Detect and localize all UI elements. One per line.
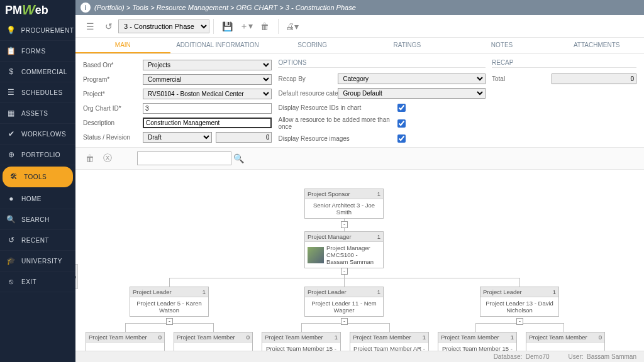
main-panel: i (Portfolio) > Tools > Resource Managem… [75, 0, 644, 362]
panel-collapse-handle[interactable]: ◂ [75, 264, 78, 289]
defcat-select[interactable]: Group Default [338, 88, 486, 99]
chart-search-button[interactable]: 🔍 [231, 151, 245, 165]
dollar-icon: $ [6, 67, 16, 77]
defcat-label: Default resource catego... [278, 90, 338, 97]
project-select[interactable]: RVS0104 - Boston Medical Center [143, 89, 272, 99]
schedule-icon: ☰ [6, 87, 16, 97]
orgid-label: Org Chart ID* [83, 105, 143, 112]
recap-by-label: Recap By [278, 75, 338, 82]
info-icon[interactable]: i [80, 3, 91, 13]
collapse-pl3[interactable]: - [516, 318, 523, 325]
node-sponsor[interactable]: Project Sponsor1 Senior Architect 3 - Jo… [304, 189, 384, 219]
options-title: OPTIONS [278, 59, 486, 68]
recap-title: RECAP [492, 59, 636, 68]
sidebar: PMWeb 💡PROCUREMENT 📋FORMS $COMMERCIAL ☰S… [0, 0, 75, 362]
toolbar: ☰ ↺ 3 - Construction Phase 💾 ＋▾ 🗑 🖨▾ [75, 15, 644, 38]
logo-text-a: PM [5, 4, 22, 17]
nav-home[interactable]: ●HOME [0, 189, 75, 209]
tab-notes[interactable]: NOTES [455, 38, 550, 53]
based-on-select[interactable]: Projects [143, 60, 272, 70]
nav-assets[interactable]: ▦ASSETS [0, 103, 75, 124]
nav-exit[interactable]: ⎋EXIT [0, 272, 75, 292]
tab-additional[interactable]: ADDITIONAL INFORMATION [170, 38, 265, 53]
node-tm1[interactable]: Project Team Member0 [86, 332, 165, 351]
chart-delete-button[interactable]: 🗑 [83, 151, 97, 165]
node-pm[interactable]: Project Manager1 Project Manager CMCS100… [304, 231, 384, 268]
breadcrumb-bar: i (Portfolio) > Tools > Resource Managem… [75, 0, 644, 15]
node-pl2[interactable]: Project Leader1 Project Leader 11 - Nem … [304, 287, 384, 317]
tab-attachments[interactable]: ATTACHMENTS [549, 38, 644, 53]
save-button[interactable]: 💾 [219, 19, 235, 34]
nav-university[interactable]: 🎓UNIVERSITY [0, 251, 75, 272]
status-bar: Database: Demo70 User: Bassam Samman [75, 351, 644, 362]
program-label: Program* [83, 76, 143, 83]
list-button[interactable]: ☰ [82, 19, 97, 34]
orgid-input[interactable] [143, 103, 272, 114]
nav-procurement[interactable]: 💡PROCUREMENT [0, 20, 75, 41]
total-field [552, 74, 636, 84]
logo-text-c: eb [35, 4, 48, 17]
node-tm3[interactable]: Project Team Member1 Project Team Member… [262, 332, 341, 351]
nav-search[interactable]: 🔍SEARCH [0, 209, 75, 230]
chart-area[interactable]: ◂ Project Sponsor1 Senior Architect 3 - … [75, 170, 644, 351]
based-on-label: Based On* [83, 62, 143, 69]
node-tm6[interactable]: Project Team Member0 [526, 332, 605, 351]
tab-main[interactable]: MAIN [75, 38, 170, 53]
total-label: Total [492, 75, 552, 82]
nav-forms[interactable]: 📋FORMS [0, 41, 75, 62]
node-tm2[interactable]: Project Team Member0 [174, 332, 253, 351]
breadcrumb: (Portfolio) > Tools > Resource Managemen… [94, 4, 356, 11]
node-pl1[interactable]: Project Leader1 Project Leader 5 - Karen… [130, 287, 209, 317]
recap-by-select[interactable]: Category [338, 74, 486, 84]
avatar-icon: ● [6, 194, 16, 204]
add-button[interactable]: ＋▾ [238, 19, 253, 34]
phase-select[interactable]: 3 - Construction Phase [118, 19, 209, 33]
tab-scoring[interactable]: SCORING [265, 38, 360, 53]
avatar [308, 247, 324, 263]
history-icon: ↺ [6, 235, 16, 245]
collapse-pl1[interactable]: - [166, 318, 173, 325]
collapse-pl2[interactable]: - [341, 318, 348, 325]
revision-field [216, 132, 272, 143]
desc-label: Description [83, 119, 143, 126]
tools-icon: 🛠 [9, 172, 19, 182]
chart-clear-button[interactable]: ⓧ [101, 151, 114, 165]
print-button[interactable]: 🖨▾ [284, 19, 299, 34]
tab-ratings[interactable]: RATINGS [360, 38, 455, 53]
form-area: Based On*Projects Program*Commercial Pro… [75, 54, 644, 147]
logo-text-b: W [22, 2, 35, 18]
globe-icon: ⊕ [6, 150, 16, 160]
search-icon: 🔍 [6, 214, 16, 224]
node-pl3[interactable]: Project Leader1 Project Leader 13 - Davi… [480, 287, 559, 317]
status-select[interactable]: Draft [143, 132, 212, 143]
display-images-checkbox[interactable] [397, 134, 406, 143]
chart-search-input[interactable] [137, 151, 231, 165]
node-tm5[interactable]: Project Team Member1 Project Team Member… [438, 332, 517, 351]
status-label: Status / Revision [83, 134, 143, 141]
display-ids-checkbox[interactable] [397, 104, 406, 112]
nav: 💡PROCUREMENT 📋FORMS $COMMERCIAL ☰SCHEDUL… [0, 20, 75, 292]
program-select[interactable]: Commercial [143, 74, 272, 85]
bulb-icon: 💡 [6, 25, 16, 35]
allow-multi-checkbox[interactable] [397, 119, 406, 128]
history-button[interactable]: ↺ [101, 19, 116, 34]
delete-button[interactable]: 🗑 [257, 19, 272, 34]
logo: PMWeb [0, 0, 75, 20]
collapse-pm[interactable]: - [341, 268, 348, 275]
dispimg-label: Display Resource images [278, 135, 397, 142]
node-tm4[interactable]: Project Team Member1 Project Team Member… [350, 332, 429, 351]
chart-toolbar: 🗑 ⓧ 🔍 [75, 147, 644, 170]
assets-icon: ▦ [6, 108, 16, 118]
collapse-sponsor[interactable]: - [341, 221, 348, 228]
nav-commercial[interactable]: $COMMERCIAL [0, 62, 75, 82]
description-input[interactable] [143, 118, 272, 128]
tabs: MAIN ADDITIONAL INFORMATION SCORING RATI… [75, 38, 644, 54]
nav-workflows[interactable]: ✔WORKFLOWS [0, 124, 75, 145]
nav-portfolio[interactable]: ⊕PORTFOLIO [0, 145, 75, 165]
nav-recent[interactable]: ↺RECENT [0, 230, 75, 251]
nav-schedules[interactable]: ☰SCHEDULES [0, 82, 75, 103]
nav-tools[interactable]: 🛠TOOLS [3, 167, 73, 187]
clipboard-icon: 📋 [6, 46, 16, 56]
grad-icon: 🎓 [6, 256, 16, 266]
check-icon: ✔ [6, 129, 16, 139]
